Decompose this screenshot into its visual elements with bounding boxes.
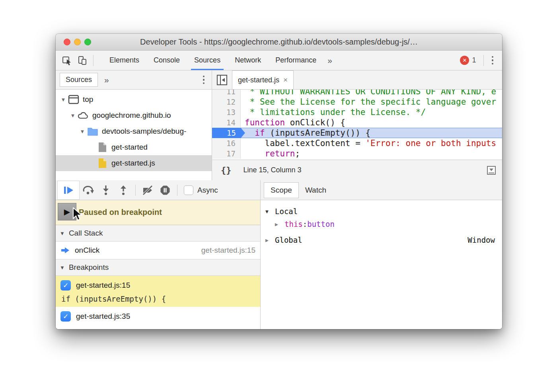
step-into-button[interactable] (97, 182, 115, 199)
breakpoint-checkbox[interactable]: ✓ (60, 280, 71, 291)
tab-watch[interactable]: Watch (299, 183, 333, 198)
more-tabs-chevron[interactable]: » (323, 56, 336, 65)
editor-tab-get-started-js[interactable]: get-started.js × (232, 70, 294, 89)
code-line[interactable]: 14 function onClick() { (212, 117, 502, 128)
expand-arrow-icon[interactable]: ▼ (68, 113, 77, 119)
toolbar-separator (483, 55, 484, 66)
call-stack-title: Call Stack (69, 229, 103, 238)
line-number-gutter[interactable]: 11 (212, 90, 241, 97)
statusbar-panel-icon[interactable] (486, 165, 497, 176)
resume-icon (63, 185, 74, 195)
deactivate-breakpoints-button[interactable] (139, 182, 156, 199)
navigator-menu-kebab-icon[interactable] (198, 72, 210, 88)
scope-name: Local (275, 207, 298, 216)
inspect-element-button[interactable] (60, 53, 75, 68)
step-out-icon (118, 185, 129, 195)
code-editor: get-started.js × 11 * WITHOUT WARRANTIES… (212, 70, 502, 180)
main-menu-kebab-icon[interactable] (487, 53, 499, 68)
property-name: this (284, 220, 303, 228)
toolbar-separator (135, 185, 136, 196)
line-number-gutter[interactable]: 13 (212, 107, 241, 117)
error-badge-icon[interactable]: ✕ (460, 56, 469, 65)
toolbar-separator (93, 55, 93, 66)
pretty-print-button[interactable]: {} (218, 165, 235, 175)
navigator-tab-sources[interactable]: Sources (60, 73, 98, 87)
file-gray-icon (96, 142, 108, 152)
file-tree: ▼ top ▼ googlechrome.github.io ▼ (56, 90, 212, 171)
step-over-icon (82, 185, 94, 195)
code-line[interactable]: 17 return; (212, 148, 502, 159)
tab-console[interactable]: Console (146, 51, 187, 70)
tree-item-domain[interactable]: ▼ googlechrome.github.io (56, 107, 212, 123)
resume-script-button[interactable] (57, 181, 80, 200)
collapse-arrow-icon: ▼ (60, 265, 65, 271)
tree-item-get-started[interactable]: get-started (56, 139, 212, 155)
hide-navigator-button[interactable] (212, 70, 232, 89)
folder-icon (87, 127, 99, 136)
breakpoint-flag[interactable]: 15 (212, 128, 241, 138)
call-stack-header[interactable]: ▼ Call Stack (56, 225, 260, 242)
pause-on-exceptions-button[interactable] (156, 182, 174, 199)
breakpoints-header[interactable]: ▼ Breakpoints (56, 259, 260, 276)
tree-item-get-started-js[interactable]: get-started.js (56, 155, 212, 171)
line-number-gutter[interactable]: 14 (212, 117, 241, 128)
code-area[interactable]: 11 * WITHOUT WARRANTIES OR CONDITIONS OF… (212, 90, 502, 160)
title-bar: Developer Tools - https://googlechrome.g… (56, 34, 502, 51)
async-checkbox[interactable] (184, 185, 193, 195)
frame-location: get-started.js:15 (201, 246, 255, 255)
pause-on-exceptions-icon (160, 185, 170, 195)
code-line[interactable]: 12 * See the License for the specific la… (212, 97, 502, 107)
tab-performance[interactable]: Performance (268, 51, 323, 70)
expand-arrow-icon[interactable]: ▼ (59, 97, 68, 103)
code-line[interactable]: 11 * WITHOUT WARRANTIES OR CONDITIONS OF… (212, 90, 502, 97)
line-number-gutter[interactable]: 16 (212, 138, 241, 148)
code-line[interactable]: 16 label.textContent = 'Error: one or bo… (212, 138, 502, 148)
zoom-window-button[interactable] (84, 39, 91, 45)
mouse-cursor-icon (72, 207, 84, 222)
call-stack-frame[interactable]: onClick get-started.js:15 (56, 242, 260, 259)
editor-statusbar: {} Line 15, Column 3 (212, 160, 502, 180)
breakpoint-code-snippet: if (inputsAreEmpty()) { (61, 294, 260, 303)
navigator-sidebar: Sources » ▼ top ▼ googl (56, 70, 212, 180)
editor-tabbar: get-started.js × (212, 70, 502, 90)
window-controls (64, 34, 91, 50)
breakpoint-entry[interactable]: ✓ get-started.js:35 (56, 307, 260, 327)
editor-tab-label: get-started.js (238, 76, 279, 84)
current-frame-arrow-icon (60, 246, 70, 254)
toggle-device-toolbar-button[interactable] (75, 53, 90, 68)
code-line-paused[interactable]: 15 if (inputsAreEmpty()) { (212, 128, 502, 138)
play-icon: ▶ (64, 207, 70, 216)
navigator-more-tabs-chevron[interactable]: » (104, 75, 109, 85)
breakpoint-entry[interactable]: ✓ get-started.js:15 if (inputsAreEmpty()… (56, 276, 260, 307)
step-out-button[interactable] (115, 182, 132, 199)
device-toolbar-icon (77, 55, 88, 66)
minimize-window-button[interactable] (74, 39, 81, 45)
tab-scope[interactable]: Scope (264, 182, 299, 198)
paused-banner: Paused on breakpoint ▶ (56, 200, 260, 225)
scope-global-row[interactable]: ▶ Global Window (265, 234, 498, 246)
code-line[interactable]: 13 * limitations under the License. */ (212, 107, 502, 117)
scope-local-row[interactable]: ▼ Local (265, 205, 498, 218)
breakpoints-title: Breakpoints (69, 263, 109, 272)
scope-this-row[interactable]: ▶ this: button (265, 218, 498, 230)
panel-tabs: Elements Console Sources Network Perform… (102, 51, 323, 70)
breakpoint-location: get-started.js:15 (76, 281, 130, 290)
tree-item-label: get-started.js (111, 159, 155, 168)
tree-item-label: googlechrome.github.io (92, 111, 171, 120)
close-window-button[interactable] (64, 39, 70, 45)
tree-item-folder[interactable]: ▼ devtools-samples/debug- (56, 123, 212, 139)
close-tab-icon[interactable]: × (283, 76, 288, 84)
step-over-button[interactable] (80, 182, 97, 199)
sources-upper-area: Sources » ▼ top ▼ googl (56, 70, 502, 180)
line-number-gutter[interactable]: 12 (212, 97, 241, 107)
line-number-gutter[interactable]: 17 (212, 148, 241, 159)
tab-sources[interactable]: Sources (187, 51, 228, 70)
breakpoint-checkbox[interactable]: ✓ (60, 311, 71, 322)
tab-elements[interactable]: Elements (102, 51, 146, 70)
breakpoint-location: get-started.js:35 (76, 312, 130, 321)
debugger-sidebar: Async Paused on breakpoint ▶ ▼ Call Stac… (56, 180, 261, 329)
tree-item-top[interactable]: ▼ top (56, 92, 212, 107)
expand-arrow-icon[interactable]: ▼ (78, 129, 87, 135)
tab-network[interactable]: Network (228, 51, 268, 70)
collapse-arrow-icon: ▼ (265, 209, 275, 215)
